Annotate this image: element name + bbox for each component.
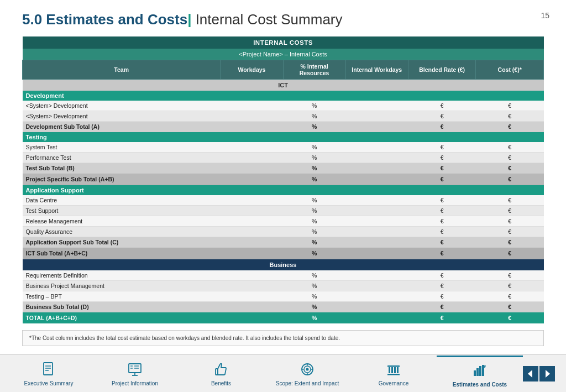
footer-label-estimates-costs: Estimates and Costs <box>453 381 507 388</box>
pct-cell: % <box>283 101 345 111</box>
int-wd-cell <box>345 101 408 111</box>
col-cost-header: Cost (€)* <box>476 60 544 80</box>
footer-item-estimates-costs[interactable]: Estimates and Costs <box>437 356 523 392</box>
table-row: Quality Assurance % € € <box>23 227 544 237</box>
footer-item-executive-summary[interactable]: Executive Summary <box>6 356 92 391</box>
svg-rect-24 <box>397 367 399 373</box>
footer-label-governance: Governance <box>379 380 408 386</box>
workdays-cell <box>221 101 283 111</box>
col-team-header: Team <box>23 60 221 80</box>
cost-note: *The Cost column includes the total cost… <box>22 330 544 346</box>
subtotal-blended: € <box>408 122 476 132</box>
page-number: 15 <box>541 11 549 20</box>
table-row: Data Centre % € € <box>23 195 544 206</box>
svg-rect-20 <box>387 365 400 367</box>
team-cell: <System> Development <box>23 111 221 122</box>
svg-rect-25 <box>474 370 476 376</box>
footer-label-scope: Scope: Extent and Impact <box>276 380 339 386</box>
proj-subtotal-row: Project Specific Sub Total (A+B) % € € <box>23 174 544 185</box>
svg-rect-22 <box>391 367 393 373</box>
svg-point-14 <box>306 368 309 371</box>
prev-arrow[interactable] <box>523 366 538 381</box>
table-row: Release Management % € € <box>23 216 544 227</box>
barchart-icon <box>471 362 489 379</box>
col-workdays-header: Workdays <box>221 60 283 80</box>
table-header-row: INTERNAL COSTS <box>23 36 544 49</box>
test-subtotal-row: Test Sub Total (B) % € € <box>23 163 544 174</box>
footer-item-project-information[interactable]: Project Information <box>92 356 178 391</box>
title-light: Internal Cost Summary <box>191 11 342 28</box>
footer-label-project-information: Project Information <box>112 380 158 386</box>
table-row: Requirements Definition % € € <box>23 270 544 281</box>
ict-section-row: ICT <box>23 80 544 91</box>
ict-subtotal-row: ICT Sub Total (A+B+C) % € € <box>23 248 544 259</box>
biz-subtotal-row: Business Sub Total (D) % € € <box>23 302 544 312</box>
footer: Executive Summary Project Information <box>0 354 566 392</box>
title-bold: 5.0 Estimates and Costs <box>22 11 187 28</box>
testing-category-cell: Testing <box>23 132 544 143</box>
cost-cell: € <box>476 101 544 111</box>
table-row: Test Support % € € <box>23 206 544 216</box>
subtotal-cost: € <box>476 122 544 132</box>
main-content: 5.0 Estimates and Costs| Internal Cost S… <box>0 0 566 354</box>
development-category-cell: Development <box>23 91 544 101</box>
col-internal-wd-header: Internal Workdays <box>345 60 408 80</box>
subtotal-pct: % <box>283 122 345 132</box>
grand-total-row: TOTAL (A+B+C+D) % € € <box>23 312 544 324</box>
table-row: Business Project Management % € € <box>23 281 544 291</box>
svg-rect-26 <box>476 368 479 376</box>
testing-category-row: Testing <box>23 132 544 143</box>
int-wd-cell <box>345 111 408 122</box>
pct-cell: % <box>283 111 345 122</box>
table-header-cell: INTERNAL COSTS <box>23 36 544 49</box>
team-cell: <System> Development <box>23 101 221 111</box>
pillars-icon <box>385 360 402 378</box>
footer-nav: Executive Summary Project Information <box>6 356 523 392</box>
table-row: System Test % € € <box>23 142 544 153</box>
svg-rect-27 <box>479 366 481 376</box>
blended-cell: € <box>408 111 476 122</box>
monitor-icon <box>126 360 144 378</box>
svg-rect-11 <box>216 369 218 375</box>
blended-cell: € <box>408 101 476 111</box>
svg-rect-23 <box>394 367 396 373</box>
svg-rect-21 <box>389 367 390 373</box>
nav-arrows <box>523 366 560 381</box>
svg-rect-28 <box>482 365 484 376</box>
next-arrow[interactable] <box>539 366 555 381</box>
svg-marker-31 <box>528 370 532 378</box>
internal-costs-table: INTERNAL COSTS <Project Name> – Internal… <box>22 36 544 323</box>
development-category-row: Development <box>23 91 544 101</box>
footer-item-governance[interactable]: Governance <box>350 356 437 391</box>
svg-marker-32 <box>546 370 550 378</box>
team-cell: Performance Test <box>23 153 221 163</box>
target-icon <box>298 360 316 378</box>
svg-rect-19 <box>387 374 400 375</box>
col-blended-header: Blended Rate (€) <box>408 60 476 80</box>
footer-item-benefits[interactable]: Benefits <box>178 356 264 391</box>
document-icon <box>40 360 57 378</box>
app-subtotal-row: Application Support Sub Total (C) % € € <box>23 237 544 248</box>
project-name-cell: <Project Name> – Internal Costs <box>23 49 544 60</box>
subtotal-label: Development Sub Total (A) <box>23 122 221 132</box>
team-cell: System Test <box>23 142 221 153</box>
footer-item-scope[interactable]: Scope: Extent and Impact <box>264 356 350 391</box>
table-row: Testing – BPT % € € <box>23 291 544 302</box>
workdays-cell <box>221 111 283 122</box>
app-support-category-row: Application Support <box>23 185 544 196</box>
project-name-row: <Project Name> – Internal Costs <box>23 49 544 60</box>
table-row: <System> Development % € € <box>23 101 544 111</box>
table-row: <System> Development % € € <box>23 111 544 122</box>
business-section-row: Business <box>23 259 544 271</box>
footer-label-benefits: Benefits <box>211 380 231 386</box>
svg-rect-0 <box>44 363 53 375</box>
thumbsup-icon <box>212 360 230 378</box>
cost-cell: € <box>476 111 544 122</box>
table-row: Performance Test % € € <box>23 153 544 163</box>
page-title: 5.0 Estimates and Costs| Internal Cost S… <box>22 11 544 28</box>
ict-section-cell: ICT <box>23 80 544 91</box>
footer-label-executive-summary: Executive Summary <box>24 380 74 386</box>
col-header-row: Team Workdays % Internal Resources Inter… <box>23 60 544 80</box>
dev-subtotal-row: Development Sub Total (A) % € € <box>23 122 544 132</box>
col-internal-header: % Internal Resources <box>283 60 345 80</box>
